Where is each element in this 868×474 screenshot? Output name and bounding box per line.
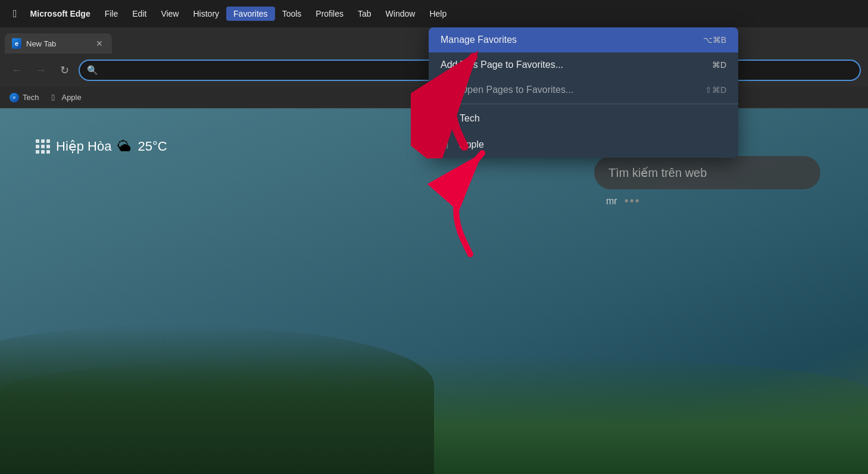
apple-bookmark-icon: : [48, 93, 58, 102]
dropdown-divider: [429, 104, 738, 104]
apple-icon-dropdown: : [445, 140, 448, 150]
manage-favorites-shortcut: ⌥⌘B: [703, 35, 726, 45]
manage-favorites-label: Manage Favorites: [441, 35, 703, 45]
grid-dot: [46, 145, 50, 148]
manage-favorites-item[interactable]: Manage Favorites ⌥⌘B: [429, 27, 738, 52]
menu-window[interactable]: Window: [379, 7, 423, 21]
grid-icon: [36, 139, 50, 154]
menu-tab[interactable]: Tab: [351, 7, 379, 21]
tab-favicon: e: [12, 39, 21, 48]
add-open-pages-item[interactable]: Add Open Pages to Favorites... ⇧⌘D: [429, 77, 738, 102]
apple-logo-icon: : [52, 92, 55, 102]
grid-dot: [36, 150, 39, 154]
menu-history[interactable]: History: [186, 7, 226, 21]
apple-bookmark-label: Apple: [61, 93, 81, 102]
search-box[interactable]: Tìm kiếm trên web mr •••: [594, 156, 820, 213]
grid-dot: [36, 139, 39, 143]
menu-view[interactable]: View: [154, 7, 186, 21]
add-open-pages-label: Add Open Pages to Favorites...: [441, 85, 705, 95]
bookmark-tech[interactable]: e Tech: [10, 93, 39, 102]
apple-favorites-item[interactable]:  Apple: [429, 132, 738, 158]
apple-fav-label: Apple: [460, 139, 726, 150]
add-page-label: Add This Page to Favorites...: [441, 60, 712, 70]
menu-profiles[interactable]: Profiles: [308, 7, 351, 21]
search-box-inner: Tìm kiếm trên web: [594, 156, 820, 189]
apple-menu[interactable]: : [7, 5, 23, 23]
grid-dot: [46, 139, 50, 143]
menu-tools[interactable]: Tools: [275, 7, 309, 21]
menu-help[interactable]: Help: [422, 7, 454, 21]
tech-icon: e: [10, 93, 19, 102]
add-page-shortcut: ⌘D: [712, 60, 726, 70]
back-button[interactable]: ←: [7, 61, 26, 80]
menu-edit[interactable]: Edit: [125, 7, 154, 21]
tab-close-button[interactable]: ✕: [94, 38, 105, 49]
apple-fav-icon: : [441, 139, 452, 151]
search-hint-text: mr: [606, 196, 617, 207]
weather-temp: 25°C: [138, 139, 167, 154]
menu-favorites[interactable]: Favorites: [226, 7, 275, 21]
tech-fav-icon: e: [441, 113, 452, 124]
add-open-pages-shortcut: ⇧⌘D: [705, 85, 726, 95]
bg-hills2: [0, 325, 434, 474]
edge-favicon-icon: e: [12, 38, 21, 49]
grid-dot: [36, 145, 39, 148]
menu-file[interactable]: File: [98, 7, 126, 21]
browser-tab[interactable]: e New Tab ✕: [5, 33, 112, 54]
tech-favorites-item[interactable]: e Tech: [429, 105, 738, 132]
search-icon: 🔍: [87, 65, 98, 76]
grid-dot: [46, 150, 50, 154]
menu-microsoft-edge[interactable]: Microsoft Edge: [23, 7, 98, 21]
menu-bar:  Microsoft Edge File Edit View History …: [0, 0, 868, 27]
search-dots: •••: [625, 194, 641, 208]
main-content: Hiệp Hòa 🌥 25°C Tìm kiếm trên web mr •••: [0, 108, 868, 474]
grid-dot: [41, 150, 45, 154]
add-page-item[interactable]: Add This Page to Favorites... ⌘D: [429, 52, 738, 77]
tech-bookmark-icon: e: [10, 93, 19, 102]
tech-icon-dropdown: e: [442, 114, 451, 123]
weather-city: Hiệp Hòa: [56, 139, 111, 154]
grid-dot: [41, 139, 45, 143]
tech-bookmark-label: Tech: [23, 93, 39, 102]
grid-dot: [41, 145, 45, 148]
search-box-label: Tìm kiếm trên web: [608, 166, 707, 180]
reload-button[interactable]: ↻: [55, 61, 74, 80]
bookmark-apple[interactable]:  Apple: [48, 93, 81, 102]
weather-icon: 🌥: [117, 138, 132, 155]
tab-title: New Tab: [26, 39, 89, 48]
forward-button[interactable]: →: [31, 61, 50, 80]
tech-fav-label: Tech: [460, 113, 726, 124]
favorites-dropdown: Manage Favorites ⌥⌘B Add This Page to Fa…: [429, 27, 738, 158]
weather-widget: Hiệp Hòa 🌥 25°C: [36, 138, 167, 155]
